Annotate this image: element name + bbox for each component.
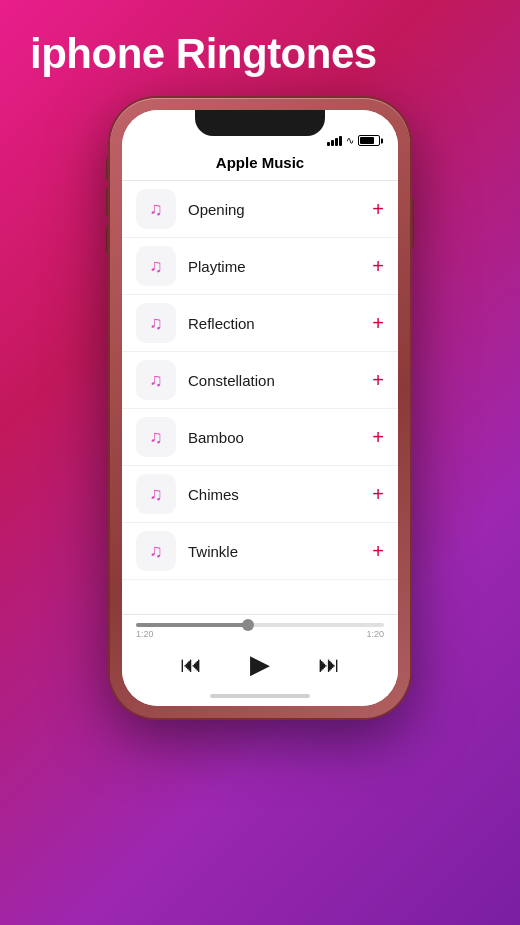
signal-bars-icon [327, 136, 342, 146]
music-icon-box: ♫ [136, 246, 176, 286]
fast-forward-button[interactable]: ⏭ [318, 652, 340, 678]
power-button [410, 198, 414, 248]
player-area: 1:20 1:20 ⏮ ▶ ⏭ [122, 614, 398, 690]
ringtone-name: Chimes [188, 486, 360, 503]
home-bar [210, 694, 310, 698]
current-time: 1:20 [136, 629, 154, 639]
wifi-icon: ∿ [346, 135, 354, 146]
list-item[interactable]: ♫ Bamboo + [122, 409, 398, 466]
add-ringtone-button[interactable]: + [372, 256, 384, 276]
music-note-icon: ♫ [149, 427, 163, 448]
progress-bar[interactable] [136, 623, 384, 627]
ringtone-name: Twinkle [188, 543, 360, 560]
signal-bar-2 [331, 140, 334, 146]
player-controls: ⏮ ▶ ⏭ [136, 645, 384, 684]
phone-mockup: ∿ Apple Music ♫ Opening + ♫ Pl [110, 98, 410, 718]
music-icon-box: ♫ [136, 531, 176, 571]
music-icon-box: ♫ [136, 303, 176, 343]
music-icon-box: ♫ [136, 360, 176, 400]
add-ringtone-button[interactable]: + [372, 313, 384, 333]
music-note-icon: ♫ [149, 541, 163, 562]
music-note-icon: ♫ [149, 256, 163, 277]
ringtone-name: Opening [188, 201, 360, 218]
page-title: iphone Ringtones [0, 0, 520, 98]
ringtone-name: Reflection [188, 315, 360, 332]
music-note-icon: ♫ [149, 313, 163, 334]
progress-fill [136, 623, 248, 627]
list-item[interactable]: ♫ Playtime + [122, 238, 398, 295]
app-header: Apple Music [122, 150, 398, 181]
list-item[interactable]: ♫ Opening + [122, 181, 398, 238]
play-button[interactable]: ▶ [250, 649, 270, 680]
progress-thumb [242, 619, 254, 631]
battery-icon [358, 135, 380, 146]
add-ringtone-button[interactable]: + [372, 370, 384, 390]
notch [195, 110, 325, 136]
home-indicator [122, 690, 398, 706]
add-ringtone-button[interactable]: + [372, 541, 384, 561]
add-ringtone-button[interactable]: + [372, 484, 384, 504]
list-item[interactable]: ♫ Constellation + [122, 352, 398, 409]
time-labels: 1:20 1:20 [136, 629, 384, 639]
add-ringtone-button[interactable]: + [372, 427, 384, 447]
list-item[interactable]: ♫ Reflection + [122, 295, 398, 352]
music-icon-box: ♫ [136, 474, 176, 514]
list-item[interactable]: ♫ Twinkle + [122, 523, 398, 580]
music-note-icon: ♫ [149, 199, 163, 220]
signal-bar-4 [339, 136, 342, 146]
phone-screen: ∿ Apple Music ♫ Opening + ♫ Pl [122, 110, 398, 706]
ringtone-list: ♫ Opening + ♫ Playtime + ♫ Reflection + … [122, 181, 398, 614]
battery-fill [360, 137, 374, 144]
ringtone-name: Constellation [188, 372, 360, 389]
add-ringtone-button[interactable]: + [372, 199, 384, 219]
total-time: 1:20 [366, 629, 384, 639]
status-icons: ∿ [327, 135, 380, 146]
rewind-button[interactable]: ⏮ [180, 652, 202, 678]
music-note-icon: ♫ [149, 484, 163, 505]
music-note-icon: ♫ [149, 370, 163, 391]
signal-bar-1 [327, 142, 330, 146]
ringtone-name: Bamboo [188, 429, 360, 446]
music-icon-box: ♫ [136, 417, 176, 457]
phone-frame: ∿ Apple Music ♫ Opening + ♫ Pl [110, 98, 410, 718]
music-icon-box: ♫ [136, 189, 176, 229]
ringtone-name: Playtime [188, 258, 360, 275]
app-header-title: Apple Music [216, 154, 304, 171]
signal-bar-3 [335, 138, 338, 146]
list-item[interactable]: ♫ Chimes + [122, 466, 398, 523]
